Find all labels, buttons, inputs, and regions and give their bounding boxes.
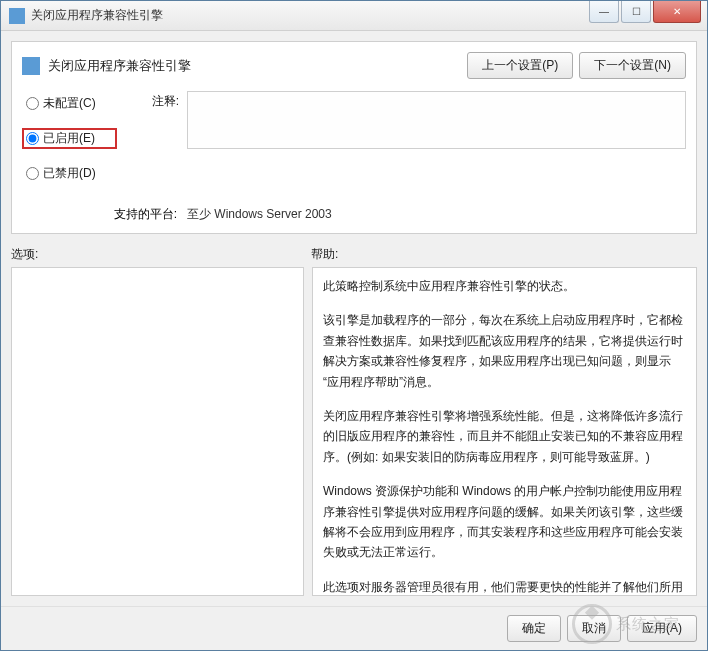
window-controls: — ☐ ✕ — [589, 1, 707, 30]
radio-enabled-label: 已启用(E) — [43, 130, 95, 147]
content-area: 关闭应用程序兼容性引擎 上一个设置(P) 下一个设置(N) 未配置(C) 已启用… — [1, 31, 707, 606]
panels-row: 此策略控制系统中应用程序兼容性引擎的状态。 该引擎是加载程序的一部分，每次在系统… — [11, 267, 697, 596]
close-button[interactable]: ✕ — [653, 1, 701, 23]
options-label: 选项: — [11, 246, 311, 263]
radio-disabled-input[interactable] — [26, 167, 39, 180]
radio-not-configured[interactable]: 未配置(C) — [22, 93, 117, 114]
help-label: 帮助: — [311, 246, 338, 263]
radio-enabled[interactable]: 已启用(E) — [22, 128, 117, 149]
help-paragraph: 此策略控制系统中应用程序兼容性引擎的状态。 — [323, 276, 686, 296]
help-paragraph: 关闭应用程序兼容性引擎将增强系统性能。但是，这将降低许多流行的旧版应用程序的兼容… — [323, 406, 686, 467]
minimize-button[interactable]: — — [589, 1, 619, 23]
radio-not-configured-label: 未配置(C) — [43, 95, 96, 112]
config-row: 未配置(C) 已启用(E) 已禁用(D) 注释: — [22, 91, 686, 198]
section-labels: 选项: 帮助: — [11, 246, 697, 263]
titlebar: 关闭应用程序兼容性引擎 — ☐ ✕ — [1, 1, 707, 31]
help-paragraph: 该引擎是加载程序的一部分，每次在系统上启动应用程序时，它都检查兼容性数据库。如果… — [323, 310, 686, 392]
radio-disabled[interactable]: 已禁用(D) — [22, 163, 117, 184]
policy-title: 关闭应用程序兼容性引擎 — [48, 57, 467, 75]
radio-disabled-label: 已禁用(D) — [43, 165, 96, 182]
radio-column: 未配置(C) 已启用(E) 已禁用(D) — [22, 91, 117, 198]
cancel-button[interactable]: 取消 — [567, 615, 621, 642]
comment-textarea[interactable] — [187, 91, 686, 149]
help-paragraph: Windows 资源保护功能和 Windows 的用户帐户控制功能使用应用程序兼… — [323, 481, 686, 563]
prev-setting-button[interactable]: 上一个设置(P) — [467, 52, 573, 79]
footer: 确定 取消 应用(A) — [1, 606, 707, 650]
ok-button[interactable]: 确定 — [507, 615, 561, 642]
apply-button[interactable]: 应用(A) — [627, 615, 697, 642]
help-paragraph: 此选项对服务器管理员很有用，他们需要更快的性能并了解他们所用应用程序的兼容性。对… — [323, 577, 686, 596]
platform-value: 至少 Windows Server 2003 — [187, 206, 332, 223]
radio-enabled-input[interactable] — [26, 132, 39, 145]
dialog-window: 关闭应用程序兼容性引擎 — ☐ ✕ 关闭应用程序兼容性引擎 上一个设置(P) 下… — [0, 0, 708, 651]
next-setting-button[interactable]: 下一个设置(N) — [579, 52, 686, 79]
options-panel — [11, 267, 304, 596]
maximize-button[interactable]: ☐ — [621, 1, 651, 23]
top-panel: 关闭应用程序兼容性引擎 上一个设置(P) 下一个设置(N) 未配置(C) 已启用… — [11, 41, 697, 234]
header-row: 关闭应用程序兼容性引擎 上一个设置(P) 下一个设置(N) — [22, 52, 686, 79]
nav-buttons: 上一个设置(P) 下一个设置(N) — [467, 52, 686, 79]
policy-icon — [22, 57, 40, 75]
platform-label: 支持的平台: — [22, 206, 187, 223]
radio-not-configured-input[interactable] — [26, 97, 39, 110]
platform-row: 支持的平台: 至少 Windows Server 2003 — [22, 206, 686, 223]
comment-label: 注释: — [117, 91, 187, 110]
window-title: 关闭应用程序兼容性引擎 — [31, 7, 589, 24]
app-icon — [9, 8, 25, 24]
help-panel[interactable]: 此策略控制系统中应用程序兼容性引擎的状态。 该引擎是加载程序的一部分，每次在系统… — [312, 267, 697, 596]
